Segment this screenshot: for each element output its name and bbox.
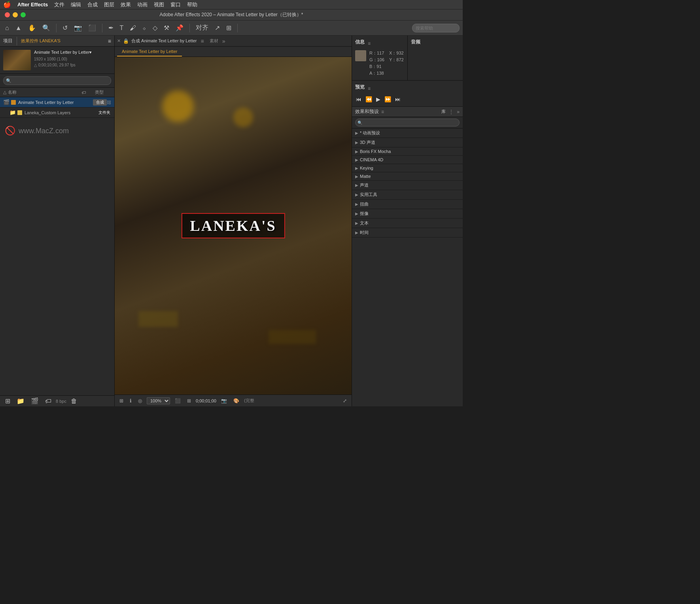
comp-settings-button[interactable]: 🎬 [29,396,41,406]
viewer-info-btn[interactable]: ℹ [128,397,133,404]
menu-window[interactable]: 窗口 [170,1,181,8]
canvas-text-box: LANEKA'S [181,213,285,238]
effects-cat-cinema4d[interactable]: ▶ CINEMA 4D [352,156,463,164]
menu-file[interactable]: 文件 [54,1,64,8]
viewer-color-btn[interactable]: 🎨 [232,397,241,404]
viewer-close-button[interactable]: ✕ [117,38,121,43]
puppet-tool[interactable]: ⚒ [162,23,171,33]
minimize-window-button[interactable] [13,12,18,17]
effects-menu-icon[interactable]: ≡ [381,109,384,115]
cat-label-keying: Keying [360,166,373,170]
undo-button[interactable]: ↺ [61,23,70,33]
effects-expand-icon[interactable]: » [457,109,460,115]
effects-cat-boris[interactable]: ▶ Boris FX Mocha [352,147,463,156]
go-to-start-button[interactable]: ⏮ [355,95,362,103]
pen-tool[interactable]: ✒ [106,23,115,33]
viewer-menu-icon[interactable]: ≡ [201,38,204,44]
viewer-camera-btn[interactable]: 📷 [219,397,229,404]
effects-cat-distort[interactable]: ▶ 扭曲 [352,200,463,209]
viewer-alpha-btn[interactable]: ◎ [136,397,144,404]
new-comp-button[interactable]: ⊞ [3,396,12,406]
toolbar-sep-1 [56,24,57,32]
effects-cat-keying[interactable]: ▶ Keying [352,164,463,172]
project-search-input[interactable] [3,76,111,85]
effects-cat-3d[interactable]: ▶ 3D 声道 [352,138,463,147]
selection-button[interactable]: ⬛ [86,23,98,33]
menu-animation[interactable]: 动画 [137,1,148,8]
info-menu-icon[interactable]: ≡ [368,41,371,46]
cat-label-text: 文本 [360,220,369,226]
info-panel: 信息 ≡ R：117 X：932 G：106 Y：872 [352,36,408,80]
color-label-button[interactable]: 🏷 [43,396,53,406]
viewer-expand-btn[interactable]: ⤢ [341,397,348,404]
menu-edit[interactable]: 编辑 [71,1,81,8]
viewer-timecode: 0;00;01;00 [196,398,216,403]
menu-view[interactable]: 视图 [154,1,164,8]
maximize-window-button[interactable] [21,12,26,17]
home-button[interactable]: ⌂ [3,23,11,33]
viewer-canvas[interactable]: LANEKA'S [115,57,352,394]
menu-effects[interactable]: 效果 [121,1,131,8]
watermark-icon: 🚫 [5,126,15,136]
menu-compose[interactable]: 合成 [87,1,98,8]
zoom-select[interactable]: 100% 50% 200% [147,397,170,404]
toolbar-sep-4 [237,24,238,32]
delete-button[interactable]: 🗑 [69,396,79,406]
cat-arrow-boris: ▶ [355,149,358,154]
tag-icon: 🏷 [81,90,86,95]
hand-tool[interactable]: ✋ [26,23,38,33]
cat-arrow-utility: ▶ [355,193,358,197]
effects-cat-text[interactable]: ▶ 文本 [352,219,463,228]
step-forward-button[interactable]: ⏩ [384,95,392,103]
info-title: 信息 [355,39,365,45]
new-folder-button[interactable]: 📁 [15,396,26,406]
close-window-button[interactable] [5,12,10,17]
zoom-tool[interactable]: 🔍 [40,23,52,33]
effects-cat-time[interactable]: ▶ 时间 [352,228,463,238]
pin-tool[interactable]: 📌 [174,23,185,33]
cat-label-channel: 声道 [360,182,369,188]
snapping-button[interactable]: ↗ [213,23,222,33]
viewer-ext-btn[interactable]: ⊞ [118,397,125,404]
viewer-ratio-btn[interactable]: ⬛ [173,397,182,404]
camera-button[interactable]: 📷 [72,23,84,33]
effects-cat-animation[interactable]: ▶ * 动画预设 [352,128,463,138]
viewer-grid-btn[interactable]: ⊞ [185,397,193,404]
cat-label-keying2: 抠像 [360,211,369,217]
audio-panel: 音频 [408,36,463,80]
preview-menu-icon[interactable]: ≡ [368,86,371,91]
project-panel-title: 项目 [3,38,13,44]
select-tool[interactable]: ▲ [13,23,24,33]
list-item-compose[interactable]: 🎬 Animate Text Letter by Letter 合成 ⛓ [0,97,114,108]
expand-icon[interactable]: » [222,38,225,44]
type-column-header: 类型 [87,89,111,95]
play-button[interactable]: ▶ [375,95,381,103]
brush-tool[interactable]: 🖌 [128,23,138,33]
text-tool[interactable]: T [118,23,126,33]
align-button[interactable]: 对齐 [194,22,210,34]
eraser-tool[interactable]: ◇ [151,23,159,33]
menu-layer[interactable]: 图层 [104,1,114,8]
stamp-tool[interactable]: ⬦ [140,23,148,33]
go-to-end-button[interactable]: ⏭ [394,95,401,103]
help-search-input[interactable] [412,24,460,32]
search-wrap: 🔍 [3,76,111,85]
effects-search-input[interactable] [355,119,460,126]
cat-label-cinema4d: CINEMA 4D [360,157,383,162]
effects-cat-utility[interactable]: ▶ 实用工具 [352,190,463,200]
effects-cat-matte[interactable]: ▶ Matte [352,172,463,181]
menu-help[interactable]: 帮助 [187,1,197,8]
comp-tab-main[interactable]: Animate Text Letter by Letter [117,47,182,57]
cat-arrow-keying: ▶ [355,166,358,170]
right-top: 信息 ≡ R：117 X：932 G：106 Y：872 [352,36,463,81]
list-item-folder[interactable]: 📁 Laneka_Custom Layers 文件夹 [0,108,114,118]
library-menu-icon[interactable]: ⋮ [449,109,454,115]
viewer-header: ✕ 🔒 合成 Animate Text Letter by Letter ≡ 素… [115,36,352,47]
menu-after-effects[interactable]: After Effects [17,2,48,8]
apple-menu[interactable]: 🍎 [3,1,11,8]
grid-button[interactable]: ⊞ [224,23,233,33]
effects-cat-channel[interactable]: ▶ 声道 [352,181,463,190]
effects-cat-keying2[interactable]: ▶ 抠像 [352,209,463,219]
panel-menu-icon[interactable]: ≡ [108,38,111,44]
step-back-button[interactable]: ⏪ [365,95,373,103]
